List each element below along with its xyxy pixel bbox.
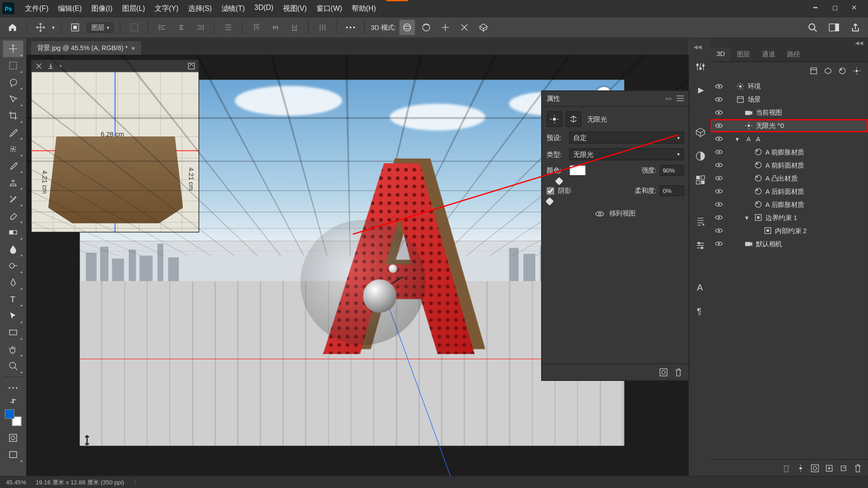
- visibility-toggle[interactable]: [714, 108, 724, 117]
- visibility-toggle[interactable]: [714, 134, 724, 144]
- path-select-tool[interactable]: [3, 307, 24, 324]
- panel-cube-icon[interactable]: [693, 125, 708, 140]
- quick-mask-icon[interactable]: [3, 430, 24, 446]
- pen-tool[interactable]: [3, 274, 24, 291]
- menu-3D(D)[interactable]: 3D(D): [250, 3, 278, 13]
- menu-选择(S)[interactable]: 选择(S): [183, 3, 217, 13]
- home-button[interactable]: [5, 20, 20, 35]
- panel-tab-3D[interactable]: 3D: [711, 47, 731, 61]
- expand-strip-icon[interactable]: ◀◀: [693, 44, 702, 50]
- tree-row-A 前膨胀材质[interactable]: A 前膨胀材质: [711, 145, 868, 159]
- distribute-v-icon[interactable]: [315, 20, 330, 35]
- brush-panel-icon[interactable]: [693, 215, 708, 229]
- properties-header[interactable]: 属性 >>: [542, 91, 689, 107]
- zoom-tool[interactable]: [3, 357, 24, 374]
- align-bottom-icon[interactable]: [287, 20, 302, 35]
- spot-heal-tool[interactable]: [3, 141, 24, 157]
- move-to-view-button[interactable]: 移到视图: [547, 206, 684, 222]
- collapse-icon[interactable]: >>: [665, 95, 672, 102]
- align-top-icon[interactable]: [249, 20, 264, 35]
- visibility-toggle[interactable]: [714, 213, 724, 222]
- intensity-value[interactable]: 90%: [660, 165, 684, 176]
- align-left-icon[interactable]: [155, 20, 170, 35]
- maximize-button[interactable]: ◻: [832, 4, 840, 12]
- visibility-toggle[interactable]: [714, 239, 724, 249]
- filter-material-icon[interactable]: [838, 67, 846, 75]
- workspace-switcher-icon[interactable]: [826, 20, 842, 35]
- tree-row-环境[interactable]: 环境: [711, 80, 868, 93]
- tree-row-场景[interactable]: 场景: [711, 93, 868, 106]
- settings-panel-icon[interactable]: [693, 238, 708, 253]
- align-middle-icon[interactable]: [268, 20, 283, 35]
- menu-文件(F)[interactable]: 文件(F): [20, 3, 53, 13]
- menu-滤镜(T)[interactable]: 滤镜(T): [217, 3, 250, 13]
- orbit-nav-icon[interactable]: [39, 433, 54, 448]
- foreground-color[interactable]: [5, 409, 14, 419]
- align-right-icon[interactable]: [193, 20, 208, 35]
- move-tool[interactable]: [3, 41, 24, 57]
- layer-dropdown[interactable]: 图层▾: [86, 22, 114, 33]
- history-brush-tool[interactable]: [3, 191, 24, 207]
- tree-row-A 后膨胀材质[interactable]: A 后膨胀材质: [711, 198, 868, 211]
- tree-row-默认相机[interactable]: 默认相机: [711, 237, 868, 250]
- 3d-orbit-icon[interactable]: [400, 20, 415, 35]
- visibility-toggle[interactable]: [714, 147, 724, 157]
- tree-row-边界约束 1[interactable]: ▾边界约束 1: [711, 211, 868, 224]
- visibility-toggle[interactable]: [714, 200, 724, 209]
- swap-colors-icon[interactable]: [3, 396, 24, 406]
- footer-new-icon[interactable]: [825, 464, 833, 472]
- panel-tab-通道[interactable]: 通道: [756, 47, 781, 61]
- 3d-roll-icon[interactable]: [419, 20, 434, 35]
- footer-constraint-icon[interactable]: [840, 464, 848, 472]
- panel-tab-路径[interactable]: 路径: [781, 47, 806, 61]
- visibility-toggle[interactable]: [714, 95, 724, 104]
- crop-tool[interactable]: [3, 107, 24, 124]
- light-type-icon[interactable]: [547, 112, 562, 127]
- footer-render-icon[interactable]: [811, 464, 819, 472]
- lasso-tool[interactable]: [3, 74, 24, 91]
- menu-编辑(E)[interactable]: 编辑(E): [53, 3, 87, 13]
- clone-stamp-tool[interactable]: [3, 174, 24, 191]
- quick-select-tool[interactable]: [3, 90, 24, 107]
- document-tab[interactable]: 背景.jpg @ 45.5% (A, RGB/8) * ×: [31, 41, 142, 55]
- panel-tab-图层[interactable]: 图层: [731, 47, 756, 61]
- visibility-toggle[interactable]: [714, 174, 724, 183]
- menu-图层(L)[interactable]: 图层(L): [117, 3, 150, 13]
- footer-delete-icon[interactable]: [782, 463, 790, 473]
- light-sphere[interactable]: [363, 279, 396, 313]
- zoom-level[interactable]: 45.45%: [6, 479, 26, 486]
- blur-tool[interactable]: [3, 241, 24, 258]
- dodge-tool[interactable]: [3, 258, 24, 274]
- menu-视图(V)[interactable]: 视图(V): [278, 3, 311, 13]
- footer-light-icon[interactable]: [797, 464, 805, 472]
- rectangle-tool[interactable]: [3, 324, 24, 341]
- eraser-tool[interactable]: [3, 207, 24, 224]
- pan-nav-icon[interactable]: [60, 433, 74, 448]
- visibility-toggle[interactable]: [714, 160, 724, 170]
- close-tab-icon[interactable]: ×: [132, 44, 135, 52]
- 3d-pan-icon[interactable]: [438, 20, 453, 35]
- edit-toolbar-icon[interactable]: [3, 380, 24, 396]
- light-direction-widget[interactable]: [301, 220, 426, 345]
- secondary-view-header[interactable]: ▾: [32, 60, 198, 72]
- tree-row-无限光 ^0[interactable]: 无限光 ^0: [711, 119, 868, 132]
- search-icon[interactable]: [805, 20, 820, 35]
- adjustments-panel-icon[interactable]: [693, 60, 708, 74]
- swatches-panel-icon[interactable]: [693, 173, 708, 187]
- more-options-icon[interactable]: [343, 20, 358, 35]
- screen-mode-icon[interactable]: [3, 446, 24, 463]
- shadow-checkbox[interactable]: 阴影: [547, 186, 571, 195]
- tree-row-当前视图[interactable]: 当前视图: [711, 106, 868, 119]
- 3d-scale-icon[interactable]: [476, 20, 491, 35]
- panel-menu-icon[interactable]: [677, 95, 684, 102]
- 3d-axis-widget[interactable]: [39, 433, 94, 448]
- render-icon[interactable]: [659, 367, 668, 377]
- filter-scene-icon[interactable]: [810, 67, 818, 75]
- close-button[interactable]: ✕: [851, 4, 859, 12]
- brush-tool[interactable]: [3, 157, 24, 174]
- filter-light-icon[interactable]: [853, 67, 861, 75]
- color-swatches[interactable]: [5, 409, 22, 426]
- distribute-icon[interactable]: [221, 20, 236, 35]
- panels-expand-row[interactable]: ◀◀: [711, 38, 868, 47]
- menu-窗口(W)[interactable]: 窗口(W): [311, 3, 347, 13]
